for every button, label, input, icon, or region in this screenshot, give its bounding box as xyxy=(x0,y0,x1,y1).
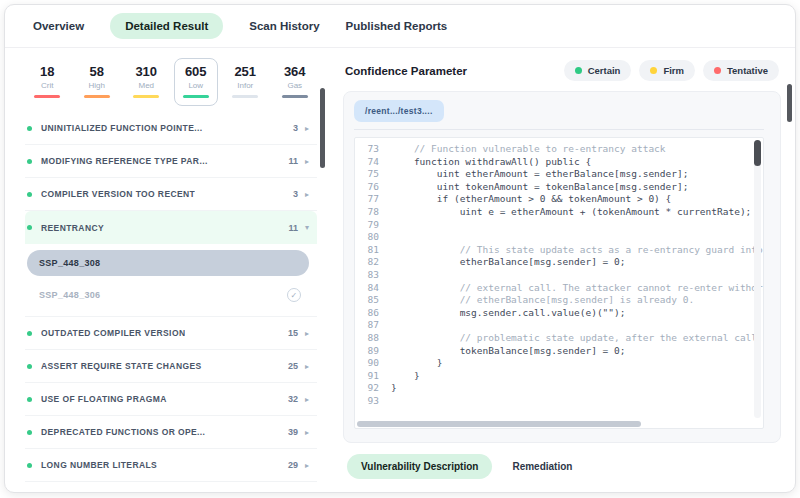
issue-outdated-compiler-version[interactable]: OUTDATED COMPILER VERSION15▸ xyxy=(25,317,317,350)
issue-label: REENTRANCY xyxy=(41,223,104,233)
issue-label: USE OF FLOATING PRAGMA xyxy=(41,394,167,404)
code-text: // This state update acts as a re-entran… xyxy=(391,244,764,257)
code-text: uint e = etherAmount + (tokenAmount * cu… xyxy=(391,206,751,219)
badge-label: Firm xyxy=(663,65,684,76)
chevron-right-icon: ▸ xyxy=(305,329,309,338)
stat-color-bar xyxy=(34,95,60,98)
confidence-badge-tentative[interactable]: Tentative xyxy=(703,60,779,81)
line-number: 74 xyxy=(355,156,391,169)
code-panel: /reent.../test3.... 73 // Function vulne… xyxy=(343,91,781,443)
tab-scan-history[interactable]: Scan History xyxy=(249,20,319,32)
code-text: etherBalance[msg.sender] = 0; xyxy=(391,256,626,269)
issue-assert-require-state-changes[interactable]: ASSERT REQUIRE STATE CHANGES25▸ xyxy=(25,350,317,383)
code-text: // etherBalance[msg.sender] is already 0… xyxy=(391,294,694,307)
issue-compiler-version-too-recent[interactable]: COMPILER VERSION TOO RECENT3▸ xyxy=(25,178,317,211)
issue-label: COMPILER VERSION TOO RECENT xyxy=(41,189,195,199)
code-line: 79 xyxy=(355,219,749,232)
severity-dot xyxy=(27,192,32,197)
issue-list: UNINITIALIZED FUNCTION POINTE...3▸MODIFY… xyxy=(25,112,317,492)
code-line: 82 etherBalance[msg.sender] = 0; xyxy=(355,256,749,269)
stat-count: 310 xyxy=(125,64,168,79)
code-horizontal-scrollbar[interactable] xyxy=(357,421,751,427)
code-lines: 73 // Function vulnerable to re-entrancy… xyxy=(355,143,749,407)
scrollbar-thumb[interactable] xyxy=(320,88,325,168)
stat-color-bar xyxy=(133,95,159,98)
code-line: 91 } xyxy=(355,370,749,383)
code-line: 77 if (etherAmount > 0 && tokenAmount > … xyxy=(355,193,749,206)
confidence-header: Confidence Parameter CertainFirmTentativ… xyxy=(345,60,779,81)
issue-count: 39 xyxy=(288,427,298,437)
badge-label: Tentative xyxy=(727,65,768,76)
line-number: 92 xyxy=(355,382,391,395)
issue-use-of-floating-pragma[interactable]: USE OF FLOATING PRAGMA32▸ xyxy=(25,383,317,416)
stat-infor[interactable]: 251Infor xyxy=(223,58,268,106)
severity-dot xyxy=(27,364,32,369)
status-dot xyxy=(714,67,721,74)
issue-modifying-reference-type-par[interactable]: MODIFYING REFERENCE TYPE PAR...11▸ xyxy=(25,145,317,178)
chevron-down-icon: ▾ xyxy=(305,223,309,232)
issue-label: UNINITIALIZED FUNCTION POINTE... xyxy=(41,123,203,133)
line-number: 83 xyxy=(355,269,391,282)
code-text: uint tokenAmount = tokenBalance[msg.send… xyxy=(391,181,688,194)
severity-dot xyxy=(27,331,32,336)
tab-overview[interactable]: Overview xyxy=(33,20,84,32)
issue-list-scrollbar[interactable] xyxy=(320,88,325,468)
description-tabs: Vulnerability DescriptionRemediation xyxy=(347,454,779,479)
scrollbar-thumb[interactable] xyxy=(787,84,792,122)
instance-ssp-448-306[interactable]: SSP_448_306✓ xyxy=(27,282,313,308)
stat-low[interactable]: 605Low xyxy=(174,58,219,106)
line-number: 81 xyxy=(355,244,391,257)
stat-count: 58 xyxy=(76,64,119,79)
stat-crit[interactable]: 18Crit xyxy=(25,58,70,106)
code-text: function withdrawAll() public { xyxy=(391,156,591,169)
tab-vulnerability-description[interactable]: Vulnerability Description xyxy=(347,454,492,479)
line-number: 87 xyxy=(355,319,391,332)
code-line: 83 xyxy=(355,269,749,282)
stat-med[interactable]: 310Med xyxy=(124,58,169,106)
file-tab[interactable]: /reent.../test3.... xyxy=(354,100,444,122)
issue-deprecated-functions-or-ope[interactable]: DEPRECATED FUNCTIONS OR OPE...39▸ xyxy=(25,416,317,449)
line-number: 85 xyxy=(355,294,391,307)
severity-dot xyxy=(27,463,32,468)
file-tab-row: /reent.../test3.... xyxy=(354,100,764,130)
line-number: 88 xyxy=(355,332,391,345)
stat-count: 18 xyxy=(26,64,69,79)
stat-gas[interactable]: 364Gas xyxy=(273,58,318,106)
detail-pane-scrollbar[interactable] xyxy=(787,84,792,444)
line-number: 75 xyxy=(355,168,391,181)
confidence-badge-firm[interactable]: Firm xyxy=(639,60,695,81)
severity-dot xyxy=(27,159,32,164)
stat-high[interactable]: 58High xyxy=(75,58,120,106)
stat-label: Gas xyxy=(274,81,317,90)
tab-detailed-result[interactable]: Detailed Result xyxy=(110,13,223,39)
issue-pragma-version[interactable]: PRAGMA VERSION34▸ xyxy=(25,482,317,492)
issue-count: 3 xyxy=(293,189,298,199)
code-line: 74 function withdrawAll() public { xyxy=(355,156,749,169)
confidence-badge-certain[interactable]: Certain xyxy=(564,60,632,81)
stat-label: Low xyxy=(175,81,218,90)
tab-published-reports[interactable]: Published Reports xyxy=(346,20,448,32)
issue-instances: SSP_448_308SSP_448_306✓ xyxy=(25,244,317,317)
check-circle-icon[interactable]: ✓ xyxy=(287,288,301,302)
stat-label: Crit xyxy=(26,81,69,90)
chevron-right-icon: ▸ xyxy=(305,124,309,133)
issue-reentrancy[interactable]: REENTRANCY11▾ xyxy=(25,211,317,244)
code-text: } xyxy=(391,357,442,370)
status-dot xyxy=(575,67,582,74)
scrollbar-thumb[interactable] xyxy=(357,421,641,427)
tab-remediation[interactable]: Remediation xyxy=(512,461,572,472)
issue-count: 25 xyxy=(288,361,298,371)
code-line: 80 xyxy=(355,231,749,244)
code-line: 85 // etherBalance[msg.sender] is alread… xyxy=(355,294,749,307)
code-vertical-scrollbar[interactable] xyxy=(754,140,761,418)
instance-ssp-448-308[interactable]: SSP_448_308 xyxy=(27,250,309,276)
issue-long-number-literals[interactable]: LONG NUMBER LITERALS29▸ xyxy=(25,449,317,482)
scrollbar-thumb[interactable] xyxy=(754,140,761,166)
severity-dot xyxy=(27,126,32,131)
severity-dot xyxy=(27,397,32,402)
issue-count: 32 xyxy=(288,394,298,404)
line-number: 89 xyxy=(355,345,391,358)
code-text: uint etherAmount = etherBalance[msg.send… xyxy=(391,168,688,181)
line-number: 84 xyxy=(355,282,391,295)
issue-uninitialized-function-pointe[interactable]: UNINITIALIZED FUNCTION POINTE...3▸ xyxy=(25,112,317,145)
